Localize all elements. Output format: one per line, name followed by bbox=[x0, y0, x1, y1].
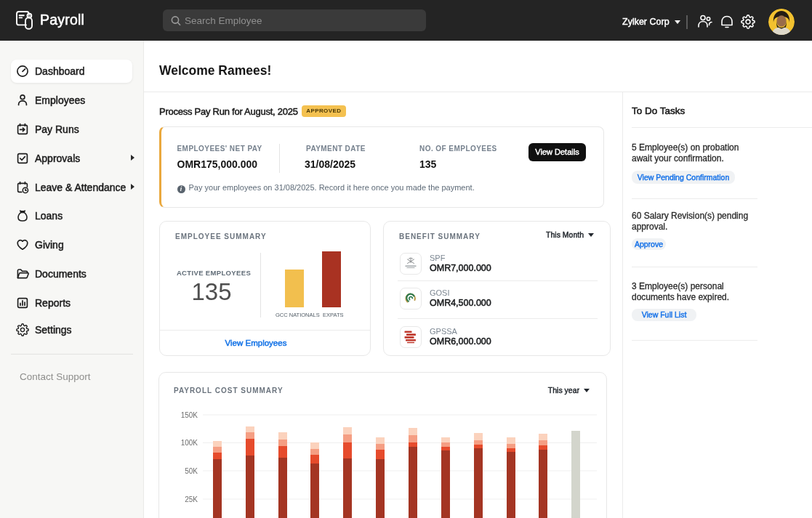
svg-text:50K: 50K bbox=[185, 467, 198, 475]
svg-text:100K: 100K bbox=[181, 439, 198, 447]
svg-text:25K: 25K bbox=[185, 495, 198, 503]
svg-text:150K: 150K bbox=[181, 411, 198, 419]
